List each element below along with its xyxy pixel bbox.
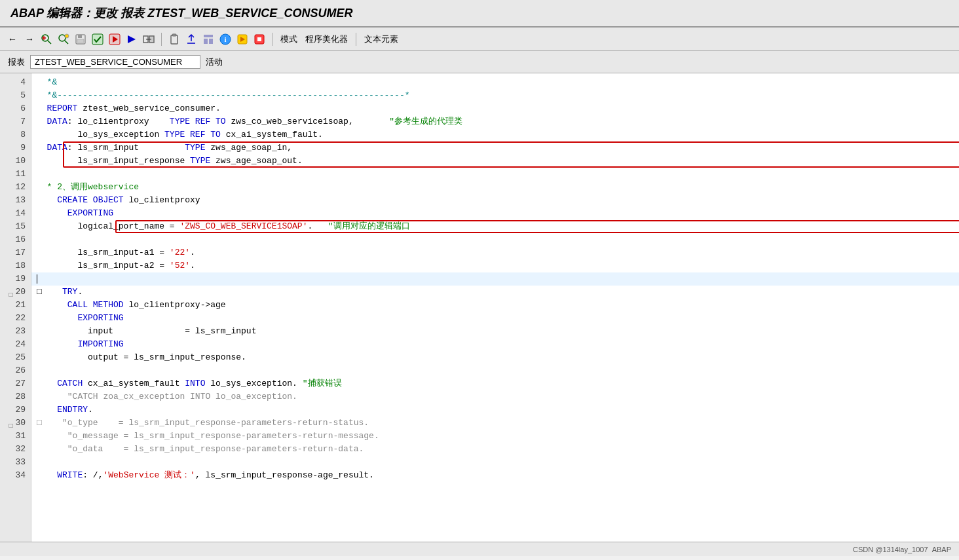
back-button[interactable]: ← <box>5 32 20 47</box>
line-number: 23 <box>0 325 31 338</box>
toolbar-separator-2 <box>272 33 273 46</box>
execute2-icon[interactable] <box>235 32 250 47</box>
code-line[interactable]: CALL METHOD lo_clientproxy->age <box>31 299 959 312</box>
line-number: 13 <box>0 194 31 207</box>
toolbar-separator-1 <box>161 33 162 46</box>
line-number: 17 <box>0 246 31 259</box>
text-cursor <box>37 274 37 284</box>
line-number: 24 <box>0 338 31 351</box>
status-text: CSDN @1314lay_1007 <box>853 546 928 553</box>
code-line[interactable]: "o_data = ls_srm_input_response-paramete… <box>31 443 959 456</box>
menu-mode[interactable]: 模式 <box>278 32 300 47</box>
line-number: 28 <box>0 390 31 403</box>
code-line[interactable]: logical_port_name = 'ZWS_CO_WEB_SERVICE1… <box>31 220 959 233</box>
code-line[interactable]: output = ls_srm_input_response. <box>31 351 959 364</box>
activate-icon[interactable] <box>107 32 122 47</box>
code-line[interactable]: EXPORTING <box>31 312 959 325</box>
code-line[interactable]: □ TRY. <box>31 286 959 299</box>
svg-text:i: i <box>224 35 226 43</box>
svg-rect-10 <box>92 34 103 45</box>
toolbar: ← → i 模式 程序美化器 文本元素 <box>0 28 959 51</box>
code-line[interactable]: REPORT ztest_web_service_consumer. <box>31 102 959 115</box>
execute-icon[interactable] <box>124 32 139 47</box>
line-number: □20 <box>0 286 31 299</box>
line-number: 33 <box>0 456 31 469</box>
report-bar: 报表 活动 <box>0 51 959 73</box>
code-line[interactable]: "CATCH zoa_cx_exception INTO lo_oa_excep… <box>31 390 959 403</box>
svg-marker-13 <box>128 35 136 43</box>
code-line[interactable]: input = ls_srm_input <box>31 325 959 338</box>
code-line[interactable]: IMPORTING <box>31 338 959 351</box>
svg-line-1 <box>48 41 51 44</box>
toolbar-separator-3 <box>356 33 356 46</box>
code-line[interactable] <box>31 233 959 246</box>
fold-icon[interactable]: □ <box>6 289 12 295</box>
line-number: 25 <box>0 351 31 364</box>
line-number: 4 <box>0 76 31 89</box>
line-number: 7 <box>0 115 31 128</box>
code-line[interactable]: "o_message = ls_srm_input_response-param… <box>31 430 959 443</box>
abap-label: ABAP <box>932 546 951 553</box>
status-bar: CSDN @1314lay_1007 ABAP <box>0 542 959 556</box>
line-number: 12 <box>0 181 31 194</box>
fold-icon[interactable]: □ <box>6 420 12 426</box>
title-bar: ABAP 编辑器：更改 报表 ZTEST_WEB_SERVICE_CONSUME… <box>0 0 959 28</box>
code-line[interactable]: ENDTRY. <box>31 403 959 417</box>
code-line[interactable]: CREATE OBJECT lo_clientproxy <box>31 194 959 207</box>
report-status: 活动 <box>206 56 223 68</box>
code-line[interactable]: ls_srm_input_response TYPE zws_age_soap_… <box>31 155 959 168</box>
line-number: 26 <box>0 364 31 377</box>
svg-rect-20 <box>204 35 213 37</box>
menu-text-elements[interactable]: 文本元素 <box>362 32 401 47</box>
code-line[interactable]: DATA: lo_clientproxy TYPE REF TO zws_co_… <box>31 115 959 128</box>
svg-rect-18 <box>172 34 176 36</box>
code-line[interactable] <box>31 456 959 469</box>
svg-rect-9 <box>77 39 84 43</box>
line-numbers: 45678910111213141516171819□2021222324252… <box>0 73 31 542</box>
info-icon[interactable]: i <box>218 32 233 47</box>
svg-point-4 <box>59 35 66 41</box>
code-line[interactable] <box>31 272 959 286</box>
code-line[interactable]: *&--------------------------------------… <box>31 89 959 102</box>
find-object-icon[interactable] <box>39 32 54 47</box>
svg-rect-21 <box>204 39 208 44</box>
code-line[interactable]: □ "o_type = ls_srm_input_response-parame… <box>31 417 959 430</box>
line-number: 21 <box>0 299 31 312</box>
code-line[interactable]: CATCH cx_ai_system_fault INTO lo_sys_exc… <box>31 377 959 390</box>
line-number: 34 <box>0 469 31 482</box>
upload-icon[interactable] <box>184 32 198 47</box>
find-objects2-icon[interactable] <box>56 32 71 47</box>
line-number: 11 <box>0 168 31 181</box>
code-line[interactable]: WRITE: /,'WebService 测试：', ls_srm_input_… <box>31 469 959 482</box>
code-line[interactable]: ls_srm_input-a2 = '52'. <box>31 259 959 272</box>
line-number: 19 <box>0 272 31 286</box>
code-line[interactable] <box>31 168 959 181</box>
code-line[interactable]: * 2、调用webservice <box>31 181 959 194</box>
line-number: 18 <box>0 259 31 272</box>
code-line[interactable]: EXPORTING <box>31 207 959 220</box>
svg-point-6 <box>65 34 69 38</box>
code-line[interactable]: ls_srm_input-a1 = '22'. <box>31 246 959 259</box>
check-icon[interactable] <box>90 32 105 47</box>
line-number: 32 <box>0 443 31 456</box>
forward-button[interactable]: → <box>22 32 37 47</box>
code-line[interactable] <box>31 364 959 377</box>
code-line[interactable]: DATA: ls_srm_input TYPE zws_age_soap_in, <box>31 141 959 155</box>
line-number: 16 <box>0 233 31 246</box>
stop-icon[interactable] <box>252 32 267 47</box>
code-line[interactable]: lo_sys_exception TYPE REF TO cx_ai_syste… <box>31 128 959 141</box>
code-line[interactable]: *& <box>31 76 959 89</box>
line-number: 22 <box>0 312 31 325</box>
line-number: 10 <box>0 155 31 168</box>
line-number: □30 <box>0 417 31 430</box>
layout-icon[interactable] <box>201 32 216 47</box>
save-icon[interactable] <box>73 32 88 47</box>
line-number: 15 <box>0 220 31 233</box>
display-change-icon[interactable] <box>141 32 156 47</box>
clipboard-icon[interactable] <box>167 32 181 47</box>
code-content[interactable]: *& *&-----------------------------------… <box>31 73 959 542</box>
line-number: 6 <box>0 102 31 115</box>
report-name-input[interactable] <box>30 55 200 69</box>
menu-beautifier[interactable]: 程序美化器 <box>303 32 350 47</box>
line-number: 5 <box>0 89 31 102</box>
